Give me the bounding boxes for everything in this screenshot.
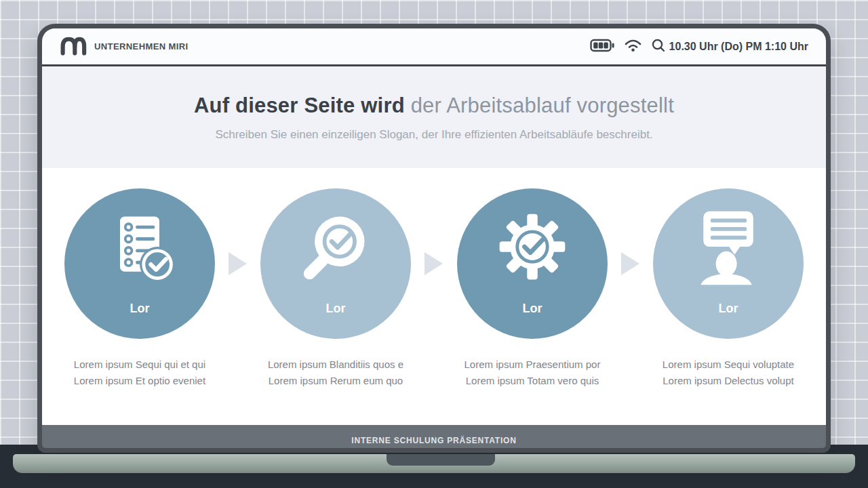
clock-text: 10.30 Uhr (Do) PM 1:10 Uhr [669, 41, 808, 53]
page-title-light: der Arbeitsablauf vorgestellt [405, 94, 674, 117]
step-caption-4: Lorem ipsum Sequi voluptate Lorem ipsum … [627, 357, 830, 389]
slide-header: Auf dieser Seite wird der Arbeitsablauf … [42, 66, 826, 168]
step-label: Lor [457, 302, 608, 316]
caption-line: Lorem ipsum Rerum eum quo [234, 373, 437, 389]
workflow-step-2-circle: Lor [260, 188, 411, 339]
arrow-right-icon [229, 252, 247, 275]
caption-line: Lorem ipsum Delectus volupt [627, 373, 830, 389]
company-logo-icon [60, 35, 87, 59]
brand-name: UNTERNEHMEN MIRI [94, 41, 189, 52]
workflow-area: Lor Lor [42, 168, 826, 425]
gear-check-icon [493, 209, 572, 287]
page-title: Auf dieser Seite wird der Arbeitsablauf … [194, 94, 674, 118]
magnifier-check-icon [296, 209, 375, 287]
footer-label: INTERNE SCHULUNG PRÄSENTATION [351, 436, 516, 445]
search-icon [651, 38, 666, 56]
status-bar: UNTERNEHMEN MIRI [42, 28, 826, 64]
caption-line: Lorem ipsum Praesentium por [431, 357, 634, 373]
status-indicators: 10.30 Uhr (Do) PM 1:10 Uhr [590, 38, 808, 56]
step-caption-2: Lorem ipsum Blanditiis quos e Lorem ipsu… [234, 357, 437, 389]
caption-line: Lorem ipsum Sequi voluptate [627, 357, 830, 373]
slide-footer: INTERNE SCHULUNG PRÄSENTATION [42, 425, 826, 453]
caption-line: Lorem ipsum Et optio eveniet [38, 373, 241, 389]
caption-line: Lorem ipsum Blanditiis quos e [234, 357, 437, 373]
workflow-step-1-circle: Lor [64, 188, 215, 339]
step-caption-3: Lorem ipsum Praesentium por Lorem ipsum … [431, 357, 634, 389]
checklist-check-icon [100, 209, 179, 287]
caption-line: Lorem ipsum Sequi qui et qui [38, 357, 241, 373]
battery-icon [590, 38, 615, 56]
workflow-step-3-circle: Lor [457, 188, 608, 339]
wifi-icon [624, 38, 642, 55]
laptop-screen: UNTERNEHMEN MIRI [37, 24, 831, 453]
step-caption-1: Lorem ipsum Sequi qui et qui Lorem ipsum… [38, 357, 241, 389]
step-label: Lor [64, 302, 215, 316]
laptop-base-notch [387, 454, 495, 466]
page-subtitle: Schreiben Sie einen einzeiligen Slogan, … [215, 128, 652, 142]
workflow-step-4-circle: Lor [653, 188, 804, 339]
step-label: Lor [653, 302, 804, 316]
brand: UNTERNEHMEN MIRI [60, 35, 189, 59]
caption-line: Lorem ipsum Totam vero quis [431, 373, 634, 389]
arrow-right-icon [621, 252, 639, 275]
page-title-bold: Auf dieser Seite wird [194, 94, 405, 117]
arrow-right-icon [425, 252, 443, 275]
person-chat-icon [689, 209, 768, 287]
step-label: Lor [260, 302, 411, 316]
